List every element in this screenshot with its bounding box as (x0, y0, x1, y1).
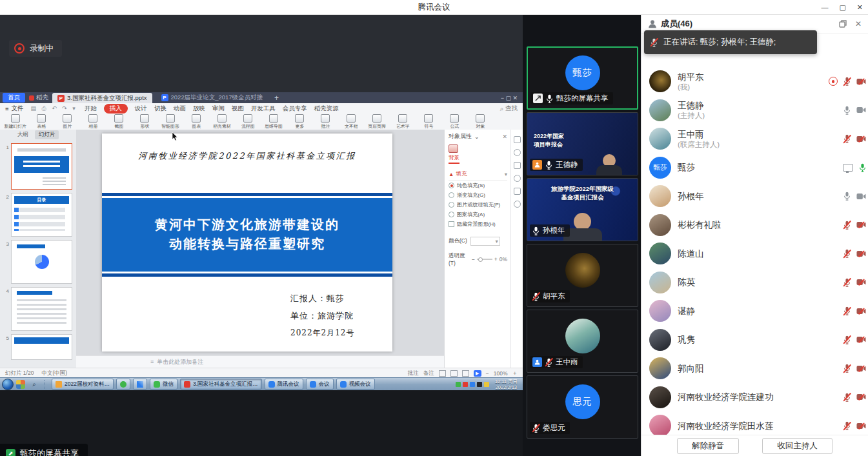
panel-close-icon[interactable]: ✕ (855, 19, 862, 28)
taskbar-item[interactable] (116, 379, 130, 390)
quick-access-toolbar[interactable]: ▤ ⎙ ↶ ↷ ▾ (31, 105, 77, 112)
presentation-slide[interactable]: 河南牧业经济学院2022年国家社科基金立项汇报 黄河中下游文化旅游带建设的 动能… (102, 134, 392, 352)
menu-tab[interactable]: 切换 (154, 104, 167, 113)
taskbar-item[interactable]: 3.国家社科基金立项汇报… (180, 379, 262, 390)
member-row[interactable]: 王德静 (主持人) (641, 96, 868, 125)
taskbar-item-body[interactable]: 腾讯会议 (265, 379, 303, 390)
mic-speaking-icon[interactable] (859, 163, 866, 172)
mic-muted-icon[interactable] (843, 335, 851, 344)
member-row[interactable]: 孙根年 (641, 182, 868, 211)
camera-muted-icon[interactable] (856, 308, 866, 315)
slide-thumbnail-row[interactable]: 2 目录 (1, 193, 72, 237)
menu-tab[interactable]: 设计 (135, 104, 147, 113)
new-tab-icon[interactable]: + (272, 94, 281, 103)
taskbar-item-body[interactable]: 视频会议 (336, 379, 375, 390)
camera-muted-icon[interactable] (856, 365, 866, 372)
member-row[interactable]: 胡平东 (我) (641, 67, 868, 96)
video-tile[interactable]: 2022年国家 项目申报会 (527, 112, 638, 175)
slide-thumbnail-row[interactable]: 5 (1, 334, 72, 360)
camera-muted-icon[interactable] (856, 78, 866, 85)
taskbar-item-body[interactable]: 微信 (150, 379, 177, 390)
mic-muted-icon[interactable] (843, 306, 851, 315)
minimize-icon[interactable]: — (821, 3, 828, 11)
status-notes[interactable]: 备注 (423, 370, 434, 377)
video-tile[interactable]: 旅游学院2022年国家级 基金项目汇报会 (527, 178, 638, 241)
popout-icon[interactable] (839, 20, 847, 28)
mic-on-icon[interactable] (843, 106, 851, 115)
ribbon-button[interactable]: 文本框 (338, 114, 364, 130)
status-language[interactable]: 中文(中国) (41, 370, 67, 377)
fill-option[interactable]: 渐变填充(G) (449, 190, 507, 200)
fill-option[interactable]: 图片或纹理填充(P) (449, 200, 507, 210)
ribbon-button[interactable]: 表格 (28, 114, 54, 130)
close-icon[interactable]: ✕ (857, 3, 863, 12)
wps-document-tab-active[interactable]: P 3.国家社科基金立项汇报.pptx (52, 93, 152, 104)
transparency-plus[interactable]: + (494, 256, 498, 263)
member-row[interactable]: 甄莎 甄莎 (641, 154, 868, 183)
mic-muted-icon[interactable] (843, 278, 851, 287)
taskbar-item[interactable]: 视频会议 (336, 379, 375, 390)
ribbon-button[interactable]: 新建幻灯片 (3, 114, 28, 130)
taskbar-item[interactable]: ⌕ (28, 379, 41, 389)
taskbar-item-body[interactable] (2, 379, 14, 390)
slide-thumbnail[interactable] (11, 287, 72, 331)
taskbar-item[interactable]: 腾讯会议 (265, 379, 303, 390)
zoom-level[interactable]: 100% (494, 370, 508, 377)
ribbon-button[interactable]: 流程图 (235, 114, 261, 130)
transparency-slider[interactable] (477, 259, 492, 260)
find-button[interactable]: ⌕ 查找 (500, 104, 518, 113)
normal-view-icon[interactable] (439, 370, 446, 377)
ribbon-button[interactable]: 公式 (441, 114, 467, 130)
ribbon-button[interactable]: 图表 (183, 114, 209, 130)
taskbar-item-body[interactable]: 2022届校对资料… (52, 379, 114, 390)
color-dropdown[interactable]: ▾ (470, 237, 500, 246)
mic-muted-icon[interactable] (843, 134, 851, 143)
camera-muted-icon[interactable] (856, 393, 866, 401)
taskbar-item[interactable] (16, 380, 25, 389)
transparency-minus[interactable]: − (472, 256, 475, 263)
video-tile[interactable]: 王中雨 (527, 310, 638, 373)
menu-tab[interactable]: 审阅 (212, 104, 225, 113)
camera-muted-icon[interactable] (856, 135, 866, 143)
tray-icon[interactable] (470, 382, 475, 387)
menu-tab[interactable]: 会员专享 (283, 104, 307, 113)
fill-option[interactable]: 图案填充(A) (449, 210, 507, 219)
checkbox-icon[interactable] (449, 221, 454, 227)
taskbar-item-body[interactable] (45, 380, 48, 389)
ribbon-button[interactable]: 智能图形 (157, 114, 183, 130)
mic-on-icon[interactable] (843, 192, 851, 201)
radio-icon[interactable] (449, 202, 454, 208)
member-row[interactable]: 郭向阳 (641, 354, 868, 383)
ribbon-button[interactable]: 页眉页脚 (364, 114, 390, 130)
tab-slides[interactable]: 幻灯片 (35, 130, 59, 139)
notes-bar[interactable]: ≡ 单击此处添加备注 (76, 355, 444, 368)
dropdown-icon[interactable]: ▾ (505, 171, 507, 177)
tray-icon[interactable] (484, 382, 489, 387)
menu-tab[interactable]: 动画 (174, 104, 186, 113)
mic-muted-icon[interactable] (843, 77, 851, 86)
panel-close-icon[interactable]: ✕ (502, 134, 507, 140)
member-row[interactable]: 河南牧业经济学院田水莲 (641, 411, 868, 435)
mic-muted-icon[interactable] (843, 249, 851, 258)
wps-window-controls[interactable]: − ▢ ✕ (501, 95, 520, 101)
member-row[interactable]: 陈英 (641, 268, 868, 297)
ribbon-button[interactable]: 稻壳素材 (209, 114, 235, 130)
ribbon-button[interactable]: 截图 (106, 114, 132, 130)
member-row[interactable]: 谌静 (641, 297, 868, 326)
taskbar-item-body[interactable]: ⌕ (28, 379, 41, 389)
menu-tab[interactable]: 插入 (104, 104, 128, 114)
sorter-view-icon[interactable] (450, 370, 458, 377)
ribbon-button[interactable]: 对象 (467, 114, 493, 130)
taskbar-item-body[interactable]: 会议 (306, 379, 334, 390)
recording-indicator[interactable]: 录制中 (9, 40, 62, 57)
taskbar-item[interactable]: 微信 (150, 379, 177, 390)
status-annotation[interactable]: 批注 (408, 370, 419, 377)
zoom-in-icon[interactable]: ＋ (512, 370, 518, 377)
reading-view-icon[interactable] (462, 370, 469, 377)
taskbar-item[interactable]: 会议 (306, 379, 334, 390)
zoom-out-icon[interactable]: − (486, 370, 489, 377)
camera-muted-icon[interactable] (856, 250, 866, 257)
slideshow-play-icon[interactable]: ▶ (474, 370, 481, 377)
menu-tab[interactable]: 开始 (85, 104, 97, 113)
slide-thumbnail[interactable] (11, 240, 72, 284)
